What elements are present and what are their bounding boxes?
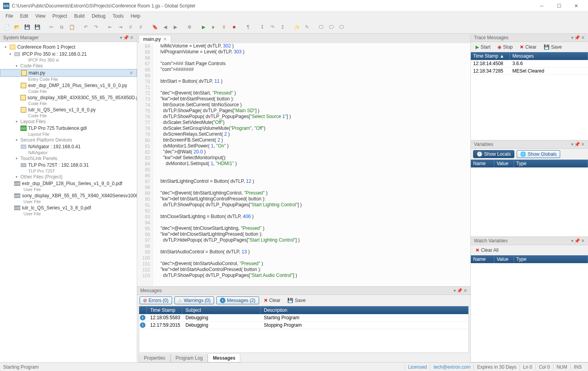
stop-icon[interactable]: ■ (230, 23, 238, 31)
tree-layout-item[interactable]: GDTLP Pro 725 Turbulence.gdl (0, 125, 137, 132)
trace-row[interactable]: 12:18:14:45083.6.6 (471, 60, 588, 67)
code-area[interactable]: lvlMicVolume = Level( dvTLP, 302 ) lvlPr… (153, 43, 470, 286)
col-timestamp[interactable]: Time Stamp (147, 306, 182, 314)
close-panel-icon[interactable]: ✕ (581, 142, 585, 147)
tab-program-log[interactable]: Program Log (171, 354, 208, 362)
menu-file[interactable]: File (2, 13, 16, 20)
tree-section[interactable]: ▾ TouchLink Panels (0, 155, 137, 162)
undo-icon[interactable]: ↶ (82, 23, 90, 31)
trace-stop-button[interactable]: ◉Stop (495, 44, 515, 51)
tree-secure-item[interactable]: NAVigator : 192.168.0.41 (0, 143, 137, 150)
dropdown-icon[interactable]: ▾ (120, 35, 122, 40)
save-button[interactable]: 💾Save (285, 297, 308, 304)
dropdown-icon[interactable]: ▾ (571, 35, 573, 40)
run-icon[interactable]: ▶ (199, 23, 208, 31)
pin-icon[interactable]: 📌 (574, 238, 580, 244)
menu-help[interactable]: Help (127, 13, 143, 20)
indent-left-icon[interactable]: ⇤ (106, 23, 114, 31)
continue-icon[interactable]: ⏵ (209, 23, 218, 31)
trace-save-button[interactable]: 💾Save (541, 44, 564, 51)
step-out-icon[interactable]: ↥ (278, 23, 287, 31)
next-bookmark-icon[interactable]: ▶ (171, 23, 180, 31)
col-name[interactable]: Name (471, 160, 494, 167)
pin-icon[interactable]: 📌 (123, 35, 129, 40)
save-icon[interactable]: 💾 (23, 23, 31, 31)
pause-icon[interactable]: ⏸ (220, 23, 228, 31)
message-row[interactable]: i12:17:59:2015DebuggingStopping Program (139, 322, 468, 329)
uncomment-icon[interactable]: # (136, 23, 145, 31)
tree-otherfile-item[interactable]: USRlutr_lc_QS_Series_v1_3_8_0.pdf (0, 204, 137, 211)
project-tree[interactable]: ▾Conference Room 1 Project▾IPCP Pro 350 … (0, 42, 137, 362)
monitor2-icon[interactable]: 🖵 (327, 23, 336, 31)
messages-table[interactable]: Time Stamp Subject Description i12:18:05… (139, 306, 469, 353)
tree-project[interactable]: ▾Conference Room 1 Project (0, 44, 137, 51)
clear-all-button[interactable]: ✕Clear All (473, 247, 501, 254)
tree-tlp-item[interactable]: TLP Pro 725T : 192.168.0.31 (0, 162, 137, 169)
status-email[interactable]: tech@extron.com (430, 364, 474, 370)
col-type[interactable]: Type (514, 160, 588, 167)
cut-icon[interactable]: ✂ (47, 23, 56, 31)
status-licensed[interactable]: Licensed (405, 364, 430, 370)
close-panel-icon[interactable]: ✕ (130, 35, 134, 40)
menu-tools[interactable]: Tools (109, 13, 127, 20)
paragraph-icon[interactable]: ¶ (244, 23, 252, 31)
tree-codefile-item[interactable]: sony_display_XBR_43X830C_55_65_75_85X850… (0, 94, 137, 101)
step-over-icon[interactable]: ↷ (268, 23, 277, 31)
message-row[interactable]: i12:18:05:5583DebuggingStarting Program (139, 314, 468, 322)
comment-icon[interactable]: # (126, 23, 135, 31)
col-messages[interactable]: Messages (510, 52, 588, 60)
tree-otherfile-item[interactable]: USRextr_dsp_DMP_128_Plus_Series_v1_9_0_0… (0, 180, 137, 187)
editor-tab-main[interactable]: main.py ✕ (139, 35, 171, 43)
build-icon[interactable]: ⚙ (185, 23, 194, 31)
dropdown-icon[interactable]: ▾ (454, 288, 456, 293)
tree-section[interactable]: ▾ Layout Files (0, 118, 137, 125)
close-button[interactable]: ✕ (568, 0, 585, 11)
close-panel-icon[interactable]: ✕ (581, 238, 585, 244)
pin-icon[interactable]: 📌 (574, 142, 580, 147)
monitor3-icon[interactable]: 🖵 (337, 23, 346, 31)
close-panel-icon[interactable]: ✕ (581, 35, 585, 40)
redo-icon[interactable]: ↷ (92, 23, 100, 31)
monitor1-icon[interactable]: 🖵 (317, 23, 325, 31)
code-editor[interactable]: 6465666768697071727374757677787980818283… (137, 43, 470, 286)
menu-edit[interactable]: Edit (17, 13, 31, 20)
tree-section-other[interactable]: ▾ Other Files (Project) (0, 174, 137, 180)
dropdown-icon[interactable]: ▾ (571, 238, 573, 244)
messages-button[interactable]: iMessages (2) (216, 296, 259, 304)
tree-device[interactable]: ▾IPCP Pro 350 xi : 192.168.0.21 (0, 51, 137, 58)
edit-icon[interactable]: ✎ (303, 23, 311, 31)
menu-project[interactable]: Project (49, 13, 70, 20)
close-tab-icon[interactable]: ✕ (163, 36, 167, 42)
clear-button[interactable]: ✕Clear (261, 297, 283, 304)
col-type[interactable]: Type (514, 255, 588, 263)
pin-icon[interactable]: 📌 (574, 35, 580, 40)
minimize-button[interactable]: ─ (533, 0, 550, 11)
tree-otherfile-item[interactable]: USRsony_display_XBR_55_65_75_X940_X840Se… (0, 192, 137, 199)
open-icon[interactable]: 📂 (13, 23, 21, 31)
pin-icon[interactable]: 📌 (457, 288, 463, 293)
menu-build[interactable]: Build (71, 13, 88, 20)
show-locals-button[interactable]: 🕐 Show Locals (473, 150, 514, 158)
close-panel-icon[interactable]: ✕ (463, 288, 467, 293)
save-all-icon[interactable]: 💾 (33, 23, 42, 31)
trace-start-button[interactable]: ▶Start (473, 44, 493, 51)
menu-view[interactable]: View (32, 13, 49, 20)
col-value[interactable]: Value (494, 255, 514, 263)
prev-bookmark-icon[interactable]: ◀ (161, 23, 169, 31)
maximize-button[interactable]: ☐ (550, 0, 568, 11)
tree-codefile-item[interactable]: lutr_lc_QS_Series_v1_3_8_0.py (0, 106, 137, 113)
show-globals-button[interactable]: 🌐 Show Globals (517, 150, 560, 158)
trace-row[interactable]: 12:18:34:7285MESet Cleared (471, 67, 588, 75)
new-icon[interactable]: 📄 (2, 23, 11, 31)
col-name[interactable]: Name (471, 255, 494, 263)
errors-button[interactable]: ⊘Errors (0) (140, 296, 172, 304)
wand-icon[interactable]: ✨ (292, 23, 301, 31)
col-timestamp[interactable]: Time Stamp (473, 53, 498, 59)
copy-icon[interactable]: ⧉ (57, 23, 66, 31)
indent-right-icon[interactable]: ⇥ (116, 23, 125, 31)
tree-section[interactable]: ▾ Code Files (0, 63, 137, 69)
tree-codefile-item[interactable]: extr_dsp_DMP_128_Plus_Series_v1_9_0_0.py (0, 82, 137, 89)
tree-codefile-item[interactable]: main.py≡ (0, 69, 137, 77)
tab-properties[interactable]: Properties (139, 354, 171, 362)
col-description[interactable]: Description (261, 306, 468, 314)
